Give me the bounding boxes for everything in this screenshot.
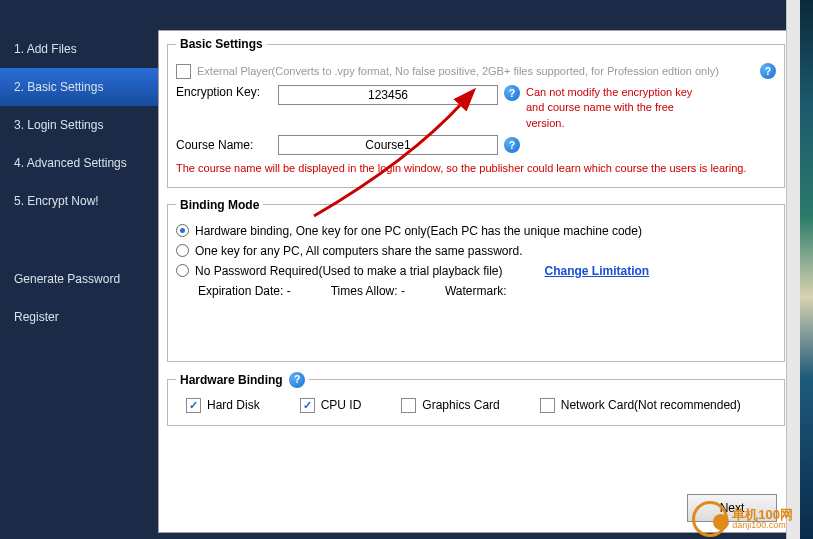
times-allow: Times Allow: - <box>331 284 405 298</box>
gpu-checkbox[interactable] <box>401 398 416 413</box>
help-icon[interactable]: ? <box>760 63 776 79</box>
basic-settings-title: Basic Settings <box>176 37 267 51</box>
sidebar-item-register[interactable]: Register <box>0 298 158 336</box>
radio-hardware-binding[interactable] <box>176 224 189 237</box>
external-player-checkbox[interactable] <box>176 64 191 79</box>
radio-one-key-label: One key for any PC, All computers share … <box>195 244 522 258</box>
main-panel: Basic Settings External Player(Converts … <box>158 30 794 533</box>
scrollbar[interactable] <box>786 0 800 539</box>
radio-no-password[interactable] <box>176 264 189 277</box>
radio-one-key-any[interactable] <box>176 244 189 257</box>
sidebar-item-advanced-settings[interactable]: 4. Advanced Settings <box>0 144 158 182</box>
watermark-url: danji100.com <box>732 521 793 530</box>
sidebar-item-login-settings[interactable]: 3. Login Settings <box>0 106 158 144</box>
decorative-strip <box>800 0 813 539</box>
watermark-label: Watermark: <box>445 284 507 298</box>
sidebar-item-basic-settings[interactable]: 2. Basic Settings <box>0 68 158 106</box>
sidebar-item-encrypt-now[interactable]: 5. Encrypt Now! <box>0 182 158 220</box>
net-label: Network Card(Not recommended) <box>561 398 741 412</box>
sidebar-item-generate-password[interactable]: Generate Password <box>0 260 158 298</box>
course-name-label: Course Name: <box>176 138 272 152</box>
hd-label: Hard Disk <box>207 398 260 412</box>
change-limitation-link[interactable]: Change Limitation <box>544 264 649 278</box>
radio-no-password-label: No Password Required(Used to make a tria… <box>195 264 502 278</box>
expiration-date: Expiration Date: - <box>198 284 291 298</box>
key-warning: Can not modify the encryption key and co… <box>526 85 706 131</box>
cpu-label: CPU ID <box>321 398 362 412</box>
sidebar-item-add-files[interactable]: 1. Add Files <box>0 30 158 68</box>
encryption-key-label: Encryption Key: <box>176 85 272 99</box>
hd-checkbox[interactable] <box>186 398 201 413</box>
hardware-binding-group: Hardware Binding ? Hard Disk CPU ID Grap… <box>167 372 785 426</box>
help-icon[interactable]: ? <box>504 85 520 101</box>
net-checkbox[interactable] <box>540 398 555 413</box>
help-icon[interactable]: ? <box>289 372 305 388</box>
binding-mode-title: Binding Mode <box>176 198 263 212</box>
annotation-arrow-icon <box>289 81 489 231</box>
help-icon[interactable]: ? <box>504 137 520 153</box>
cpu-checkbox[interactable] <box>300 398 315 413</box>
watermark: 单机100网 danji100.com <box>692 501 793 537</box>
gpu-label: Graphics Card <box>422 398 499 412</box>
sidebar: 1. Add Files 2. Basic Settings 3. Login … <box>0 0 158 539</box>
external-player-label: External Player(Converts to .vpy format,… <box>197 65 754 77</box>
watermark-logo-icon <box>692 501 728 537</box>
hardware-binding-title: Hardware Binding ? <box>176 372 309 388</box>
